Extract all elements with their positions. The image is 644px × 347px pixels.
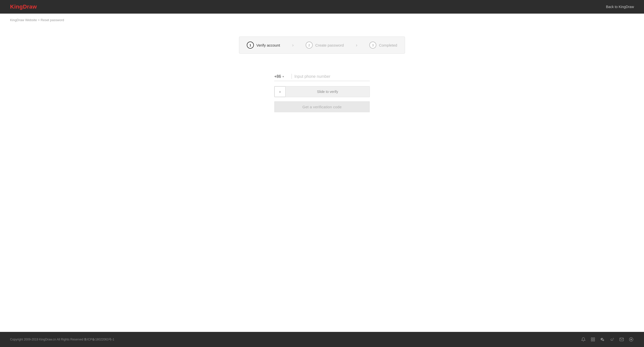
main-content: 1 Verify account › 2 Create password › 3… xyxy=(0,26,644,332)
slide-handle-icon: » xyxy=(279,90,281,94)
phone-input[interactable] xyxy=(294,74,370,79)
dropdown-arrow-icon: ▾ xyxy=(283,75,284,78)
svg-rect-0 xyxy=(591,338,592,339)
header: KingDraw Back to KingDraw xyxy=(0,0,644,14)
breadcrumb: KingDraw Website > Reset password xyxy=(0,14,644,26)
svg-rect-2 xyxy=(591,340,592,341)
weibo-icon[interactable] xyxy=(609,337,615,342)
slide-text: Slide to verify xyxy=(286,90,370,94)
footer-social-icons xyxy=(581,337,634,342)
qr-icon[interactable] xyxy=(590,337,596,342)
form-area: +86 ▾ » Slide to verify Get a verificati… xyxy=(274,74,370,112)
back-to-kingdraw-link[interactable]: Back to KingDraw xyxy=(606,5,634,9)
step-2: 2 Create password xyxy=(306,42,344,49)
vertical-divider xyxy=(292,74,292,79)
svg-rect-1 xyxy=(593,338,595,339)
logo: KingDraw xyxy=(10,4,37,10)
bell-icon[interactable] xyxy=(581,337,586,342)
footer-copyright: Copyright 2009-2019 KingDraw.cn All Righ… xyxy=(10,337,114,342)
sina-weibo-icon[interactable] xyxy=(628,337,634,342)
phone-row: +86 ▾ xyxy=(274,74,370,81)
arrow-1: › xyxy=(292,43,294,48)
step-1-label: Verify account xyxy=(256,43,280,47)
step-1-circle: 1 xyxy=(247,42,254,49)
wechat-icon[interactable] xyxy=(600,337,605,342)
steps-container: 1 Verify account › 2 Create password › 3… xyxy=(239,37,405,54)
step-2-circle: 2 xyxy=(306,42,313,49)
step-3-label: Completed xyxy=(379,43,397,47)
slide-handle[interactable]: » xyxy=(274,86,286,97)
svg-rect-3 xyxy=(593,340,595,341)
phone-code-selector[interactable]: +86 ▾ xyxy=(274,74,287,79)
get-verification-code-button[interactable]: Get a verification code xyxy=(274,101,370,112)
step-3: 3 Completed xyxy=(369,42,397,49)
footer: Copyright 2009-2019 KingDraw.cn All Righ… xyxy=(0,332,644,347)
step-2-label: Create password xyxy=(315,43,344,47)
slide-verify-bar[interactable]: » Slide to verify xyxy=(274,86,370,97)
step-1: 1 Verify account xyxy=(247,42,280,49)
email-icon[interactable] xyxy=(619,337,624,342)
phone-code-text: +86 xyxy=(274,74,281,79)
arrow-2: › xyxy=(356,43,357,48)
breadcrumb-text: KingDraw Website > Reset password xyxy=(10,18,64,22)
step-3-circle: 3 xyxy=(369,42,376,49)
